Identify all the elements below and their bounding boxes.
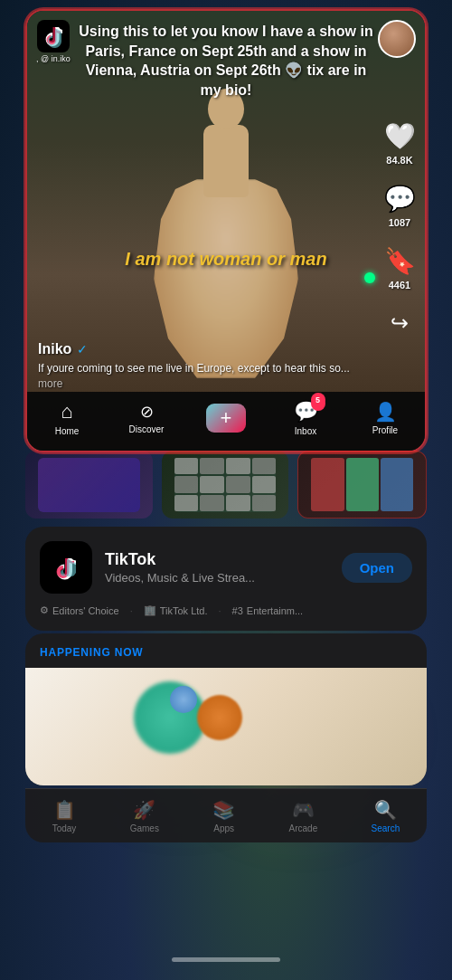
video-actions-panel: 🤍 84.8K 💬 1087 🔖 4461 ↩ [383,119,416,342]
appstore-bottom-nav: 📋 Today 🚀 Games 📚 Apps 🎮 Arcade 🔍 Search [25,788,427,842]
category-rank-icon: #3 [232,605,243,616]
home-icon: ⌂ [61,400,72,423]
verified-badge-icon: ✓ [77,342,88,357]
meta-developer: 🏢 TikTok Ltd. [144,604,208,616]
meta-divider-2: · [218,605,221,616]
editors-choice-icon: ⚙ [40,604,49,616]
performer-body [203,125,249,197]
appstore-card: TikTok Videos, Music & Live Strea... Ope… [25,527,427,631]
appstore-arcade-label: Arcade [289,823,318,833]
meta-divider-1: · [130,605,133,616]
appstore-nav-search[interactable]: 🔍 Search [372,799,400,833]
appstore-nav-today[interactable]: 📋 Today [52,799,77,833]
inbox-icon: 💬 5 [294,400,318,423]
profile-icon: 👤 [374,401,397,423]
happening-now-image[interactable] [25,668,427,785]
like-count: 84.8K [386,155,412,166]
video-caption-text: Using this to let you know I have a show… [77,22,375,100]
nav-profile-label: Profile [372,425,398,435]
today-icon: 📋 [53,799,76,821]
app-name-label: TikTok [105,550,255,569]
appstore-nav-games[interactable]: 🚀 Games [130,799,159,833]
apps-icon: 📚 [212,799,235,821]
appstore-today-label: Today [52,823,77,833]
tiktok-logo-area: , @ in.iko [36,20,71,63]
heart-icon: 🤍 [383,119,416,152]
app-subtitle-label: Videos, Music & Live Strea... [105,571,255,585]
thumbnail-1[interactable] [25,451,153,519]
thumb-inner-3 [298,452,426,518]
nav-item-inbox[interactable]: 💬 5 Inbox [266,400,345,436]
comment-count: 1087 [389,217,410,228]
inbox-badge-count: 5 [311,396,325,411]
share-icon: ↩ [383,307,416,339]
comment-icon: 💬 [383,182,416,214]
bookmark-icon: 🔖 [383,244,416,277]
nav-item-discover[interactable]: ⊘ Discover [107,402,186,434]
nav-discover-label: Discover [129,424,165,434]
games-icon: 🚀 [133,799,155,821]
nav-item-create[interactable]: + [186,404,266,432]
tiktok-bottom-nav: ⌂ Home ⊘ Discover + 💬 5 Inbox 👤 Profile [27,392,425,451]
tiktok-app-icon [40,541,92,594]
meta-category: #3 Entertainm... [232,605,304,616]
decoration-shape-2 [197,695,242,740]
thumb-inner-1 [25,451,153,519]
appstore-search-label: Search [372,823,400,833]
tiktok-logo-icon [37,20,70,52]
decoration-shape-3 [170,686,197,713]
video-description: If youre coming to see me live in Europe… [38,361,371,392]
appstore-nav-apps[interactable]: 📚 Apps [212,799,235,833]
share-button[interactable]: ↩ [383,307,416,342]
app-text-info: TikTok Videos, Music & Live Strea... [105,550,255,585]
discover-icon: ⊘ [140,402,154,422]
developer-building-icon: 🏢 [144,604,156,616]
appstore-apps-label: Apps [213,823,234,833]
app-info-row: TikTok Videos, Music & Live Strea... Ope… [40,541,412,594]
category-label: Entertainm... [247,605,303,616]
happening-now-label: HAPPENING NOW [40,646,412,659]
open-app-button[interactable]: Open [342,553,412,583]
home-indicator[interactable] [172,957,280,962]
thumbnail-2[interactable] [162,451,289,519]
thumbnail-3[interactable] [297,451,427,519]
search-icon: 🔍 [374,799,397,821]
editors-choice-label: Editors' Choice [52,605,119,616]
creator-username[interactable]: Iniko [38,341,71,357]
creator-avatar-top[interactable] [378,20,416,58]
appstore-nav-arcade[interactable]: 🎮 Arcade [289,799,318,833]
nav-item-home[interactable]: ⌂ Home [27,400,107,436]
live-indicator-dot [364,272,375,283]
more-link[interactable]: more [38,377,62,390]
developer-label: TikTok Ltd. [160,605,208,616]
description-text: If youre coming to see me live in Europe… [38,362,350,375]
thumb-inner-2 [162,451,289,519]
comment-button[interactable]: 💬 1087 [383,182,416,228]
video-background: , @ in.iko Using this to let you know I … [27,11,425,451]
tiktok-app-card[interactable]: , @ in.iko Using this to let you know I … [25,9,427,452]
video-lyric-text: I am not woman or man [36,249,416,270]
arcade-icon: 🎮 [292,799,315,821]
create-plus-button[interactable]: + [207,404,245,432]
bookmark-button[interactable]: 🔖 4461 [383,244,416,290]
app-thumbnails-row [25,443,427,526]
bookmark-count: 4461 [389,280,410,290]
app-meta-row: ⚙ Editors' Choice · 🏢 TikTok Ltd. · #3 E… [40,604,412,616]
video-bottom-info: Iniko ✓ If youre coming to see me live i… [38,341,371,392]
username-row: Iniko ✓ [38,341,371,357]
home-area [0,842,452,980]
meta-editors-choice: ⚙ Editors' Choice [40,604,119,616]
happening-now-card: HAPPENING NOW [25,633,427,785]
like-button[interactable]: 🤍 84.8K [383,119,416,166]
nav-inbox-label: Inbox [295,426,316,436]
nav-home-label: Home [55,426,80,436]
tiktok-handle: , @ in.iko [36,54,71,63]
appstore-games-label: Games [130,823,159,833]
nav-item-profile[interactable]: 👤 Profile [345,401,425,435]
